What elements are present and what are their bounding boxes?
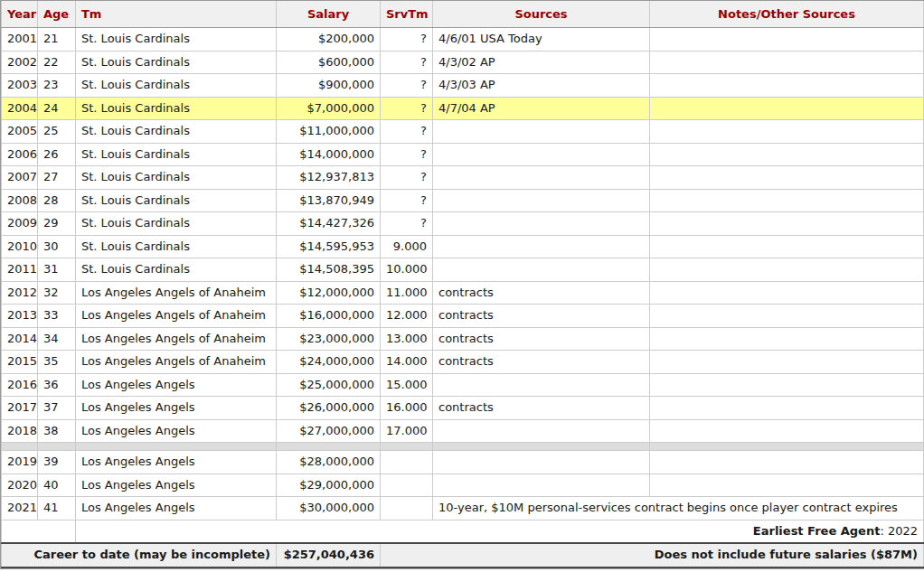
srvtm-cell: ? — [381, 120, 433, 144]
age-cell: 29 — [38, 212, 76, 236]
team-cell: Los Angeles Angels of Anaheim — [76, 351, 277, 374]
age-cell: 32 — [38, 281, 76, 305]
salary-row-2014: 201434Los Angeles Angels of Anaheim$23,0… — [2, 327, 924, 351]
sources-cell: contracts — [433, 397, 650, 420]
notes-cell — [650, 74, 924, 98]
srvtm-cell: 12.000 — [381, 305, 433, 328]
team-cell: St. Louis Cardinals — [76, 143, 277, 166]
age-cell: 25 — [38, 120, 76, 144]
salary-row-2003: 200323St. Louis Cardinals$900,000?4/3/03… — [2, 74, 924, 98]
srvtm-cell: ? — [381, 143, 433, 166]
age-cell: 33 — [38, 305, 76, 328]
salary-row-2020: 202040Los Angeles Angels$29,000,000 — [2, 474, 924, 497]
sources-cell — [433, 451, 650, 474]
srvtm-cell: 11.000 — [381, 281, 433, 305]
salary-row-2017: 201737Los Angeles Angels$26,000,00016.00… — [2, 397, 924, 420]
sources-cell: contracts — [433, 281, 650, 305]
year-cell: 2011 — [2, 258, 38, 282]
team-cell: Los Angeles Angels of Anaheim — [76, 305, 277, 328]
year-cell: 2015 — [2, 351, 38, 374]
contract-note-cell: 10-year, $10M personal-services contract… — [433, 497, 924, 520]
srvtm-cell — [381, 451, 433, 474]
salary-cell: $200,000 — [277, 28, 381, 52]
year-cell: 2021 — [2, 497, 38, 520]
salary-cell: $14,508,395 — [277, 258, 381, 282]
salary-cell: $27,000,000 — [277, 419, 381, 443]
team-cell: Los Angeles Angels of Anaheim — [76, 327, 277, 351]
notes-cell — [650, 120, 924, 144]
notes-cell — [650, 97, 924, 120]
srvtm-cell — [381, 474, 433, 497]
salary-row-2007: 200727St. Louis Cardinals$12,937,813? — [2, 166, 924, 190]
sources-cell — [433, 120, 650, 144]
player-salaries-table: Year Age Tm Salary SrvTm Sources Notes/O… — [1, 1, 924, 568]
spacer-cell — [76, 443, 277, 451]
age-cell: 41 — [38, 497, 76, 520]
year-cell: 2016 — [2, 373, 38, 397]
team-cell: St. Louis Cardinals — [76, 189, 277, 212]
notes-cell — [650, 451, 924, 474]
salary-cell: $24,000,000 — [277, 351, 381, 374]
notes-cell — [650, 143, 924, 166]
career-total-label: Career to date (may be incomplete) — [2, 543, 277, 567]
year-cell: 2017 — [2, 397, 38, 420]
notes-cell — [650, 166, 924, 190]
col-header-year: Year — [2, 1, 38, 28]
notes-cell — [650, 397, 924, 420]
salary-row-2012: 201232Los Angeles Angels of Anaheim$12,0… — [2, 281, 924, 305]
team-cell: St. Louis Cardinals — [76, 235, 277, 258]
col-header-salary: Salary — [277, 1, 381, 28]
year-cell: 2012 — [2, 281, 38, 305]
salary-cell: $7,000,000 — [277, 97, 381, 120]
sources-cell — [433, 258, 650, 282]
srvtm-cell: ? — [381, 97, 433, 120]
srvtm-cell: 10.000 — [381, 258, 433, 282]
salary-cell: $12,000,000 — [277, 281, 381, 305]
salary-row-2015: 201535Los Angeles Angels of Anaheim$24,0… — [2, 351, 924, 374]
notes-cell — [650, 305, 924, 328]
srvtm-cell: ? — [381, 166, 433, 190]
notes-cell — [650, 419, 924, 443]
col-header-notes: Notes/Other Sources — [650, 1, 924, 28]
col-header-srvtm: SrvTm — [381, 1, 433, 28]
age-cell: 24 — [38, 97, 76, 120]
age-cell: 35 — [38, 351, 76, 374]
col-header-team: Tm — [76, 1, 277, 28]
team-cell: St. Louis Cardinals — [76, 166, 277, 190]
srvtm-cell: 9.000 — [381, 235, 433, 258]
salary-cell: $16,000,000 — [277, 305, 381, 328]
srvtm-cell: 14.000 — [381, 351, 433, 374]
srvtm-cell: ? — [381, 189, 433, 212]
salary-cell: $600,000 — [277, 51, 381, 74]
srvtm-cell: 15.000 — [381, 373, 433, 397]
year-cell: 2008 — [2, 189, 38, 212]
year-cell: 2013 — [2, 305, 38, 328]
team-cell: St. Louis Cardinals — [76, 212, 277, 236]
sources-cell: 4/7/04 AP — [433, 97, 650, 120]
year-cell: 2009 — [2, 212, 38, 236]
notes-cell — [650, 212, 924, 236]
year-cell: 2007 — [2, 166, 38, 190]
salary-row-2006: 200626St. Louis Cardinals$14,000,000? — [2, 143, 924, 166]
notes-cell — [650, 474, 924, 497]
salary-row-2008: 200828St. Louis Cardinals$13,870,949? — [2, 189, 924, 212]
sources-cell — [433, 189, 650, 212]
salary-cell: $25,000,000 — [277, 373, 381, 397]
salary-cell: $13,870,949 — [277, 189, 381, 212]
age-cell: 30 — [38, 235, 76, 258]
salary-row-2010: 201030St. Louis Cardinals$14,595,9539.00… — [2, 235, 924, 258]
salary-row-2002: 200222St. Louis Cardinals$600,000?4/3/02… — [2, 51, 924, 74]
salary-cell: $14,595,953 — [277, 235, 381, 258]
team-cell: St. Louis Cardinals — [76, 97, 277, 120]
age-cell: 37 — [38, 397, 76, 420]
salary-cell: $12,937,813 — [277, 166, 381, 190]
sources-cell: contracts — [433, 305, 650, 328]
team-cell: Los Angeles Angels — [76, 474, 277, 497]
spacer-cell — [277, 443, 381, 451]
blank-cell — [2, 520, 76, 543]
salary-row-2016: 201636Los Angeles Angels$25,000,00015.00… — [2, 373, 924, 397]
career-total-value: $257,040,436 — [277, 543, 381, 567]
spacer-cell — [381, 443, 433, 451]
sources-cell: contracts — [433, 351, 650, 374]
col-header-sources: Sources — [433, 1, 650, 28]
